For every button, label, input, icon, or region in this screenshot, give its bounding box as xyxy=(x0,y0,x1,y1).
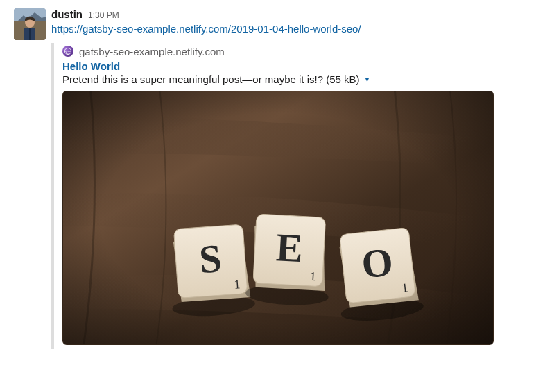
gatsby-icon xyxy=(62,46,73,57)
preview-description-row: Pretend this is a super meaningful post—… xyxy=(62,73,531,85)
preview-image[interactable]: S 1 E 1 xyxy=(62,91,494,345)
message-timestamp[interactable]: 1:30 PM xyxy=(88,10,119,20)
collapse-caret-icon[interactable]: ▼ xyxy=(364,75,371,83)
avatar[interactable] xyxy=(14,8,46,40)
link-preview-attachment: gatsby-seo-example.netlify.com Hello Wor… xyxy=(51,43,531,349)
preview-description: Pretend this is a super meaningful post—… xyxy=(62,73,360,85)
avatar-image xyxy=(14,8,46,40)
seo-tiles-image: S 1 E 1 xyxy=(63,91,493,344)
preview-site-name: gatsby-seo-example.netlify.com xyxy=(79,46,225,57)
message-link[interactable]: https://gatsby-seo-example.netlify.com/2… xyxy=(51,23,361,35)
svg-rect-4 xyxy=(29,28,31,40)
sender-name[interactable]: dustin xyxy=(51,8,83,20)
svg-rect-22 xyxy=(63,91,493,344)
preview-title-link[interactable]: Hello World xyxy=(62,60,120,72)
message-content: dustin 1:30 PM https://gatsby-seo-exampl… xyxy=(51,8,531,349)
preview-site-row: gatsby-seo-example.netlify.com xyxy=(62,46,531,57)
message-body: https://gatsby-seo-example.netlify.com/2… xyxy=(51,21,531,37)
message-row: dustin 1:30 PM https://gatsby-seo-exampl… xyxy=(14,8,531,349)
message-header: dustin 1:30 PM xyxy=(51,8,531,20)
